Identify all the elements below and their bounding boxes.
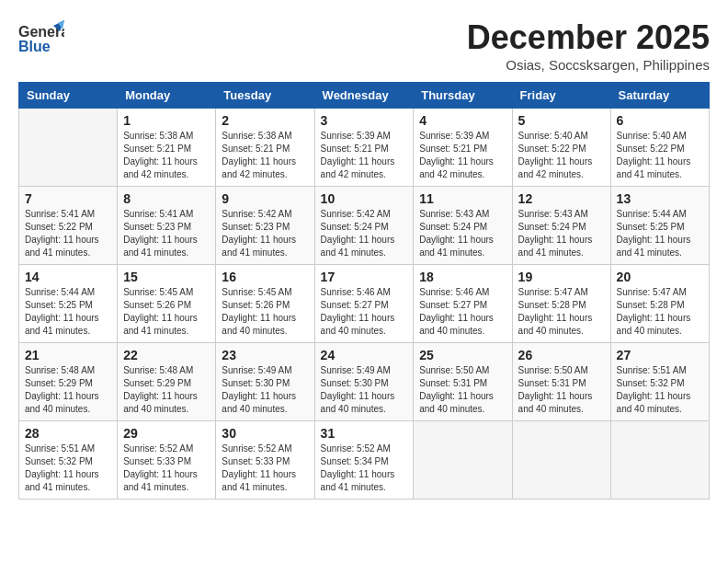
calendar-cell: 14Sunrise: 5:44 AMSunset: 5:25 PMDayligh… (19, 265, 118, 343)
day-number: 1 (123, 113, 210, 128)
day-info: Sunrise: 5:48 AMSunset: 5:29 PMDaylight:… (25, 364, 111, 416)
calendar-cell: 26Sunrise: 5:50 AMSunset: 5:31 PMDayligh… (512, 343, 610, 421)
day-number: 10 (321, 191, 408, 206)
calendar-cell: 13Sunrise: 5:44 AMSunset: 5:25 PMDayligh… (610, 187, 709, 265)
column-header-wednesday: Wednesday (314, 83, 414, 109)
day-info: Sunrise: 5:38 AMSunset: 5:21 PMDaylight:… (123, 130, 210, 181)
day-number: 9 (222, 191, 308, 206)
day-info: Sunrise: 5:42 AMSunset: 5:23 PMDaylight:… (222, 208, 308, 259)
calendar-header-row: SundayMondayTuesdayWednesdayThursdayFrid… (19, 83, 710, 109)
day-number: 12 (518, 191, 605, 206)
day-number: 22 (123, 348, 210, 362)
calendar-week-row: 7Sunrise: 5:41 AMSunset: 5:22 PMDaylight… (19, 187, 710, 265)
day-info: Sunrise: 5:51 AMSunset: 5:32 PMDaylight:… (617, 364, 703, 416)
calendar-cell (19, 109, 118, 187)
day-info: Sunrise: 5:41 AMSunset: 5:23 PMDaylight:… (123, 208, 210, 259)
day-info: Sunrise: 5:49 AMSunset: 5:30 PMDaylight:… (222, 364, 308, 416)
calendar-table: SundayMondayTuesdayWednesdayThursdayFrid… (18, 82, 710, 500)
calendar-cell: 27Sunrise: 5:51 AMSunset: 5:32 PMDayligh… (610, 343, 709, 421)
day-info: Sunrise: 5:51 AMSunset: 5:32 PMDaylight:… (25, 442, 111, 494)
calendar-cell: 1Sunrise: 5:38 AMSunset: 5:21 PMDaylight… (118, 109, 216, 187)
calendar-cell: 3Sunrise: 5:39 AMSunset: 5:21 PMDaylight… (314, 109, 414, 187)
day-info: Sunrise: 5:45 AMSunset: 5:26 PMDaylight:… (123, 286, 210, 338)
day-number: 23 (222, 348, 308, 362)
svg-text:Blue: Blue (18, 39, 51, 54)
day-number: 30 (222, 426, 308, 441)
day-info: Sunrise: 5:52 AMSunset: 5:33 PMDaylight:… (123, 442, 210, 494)
calendar-cell: 29Sunrise: 5:52 AMSunset: 5:33 PMDayligh… (118, 421, 216, 500)
column-header-friday: Friday (512, 83, 610, 109)
day-info: Sunrise: 5:44 AMSunset: 5:25 PMDaylight:… (25, 286, 111, 338)
day-info: Sunrise: 5:41 AMSunset: 5:22 PMDaylight:… (25, 208, 111, 259)
day-info: Sunrise: 5:38 AMSunset: 5:21 PMDaylight:… (222, 130, 308, 181)
calendar-week-row: 21Sunrise: 5:48 AMSunset: 5:29 PMDayligh… (19, 343, 710, 421)
calendar-week-row: 1Sunrise: 5:38 AMSunset: 5:21 PMDaylight… (19, 109, 710, 187)
day-number: 25 (419, 348, 506, 362)
day-info: Sunrise: 5:42 AMSunset: 5:24 PMDaylight:… (321, 208, 408, 259)
day-number: 8 (123, 191, 210, 206)
column-header-sunday: Sunday (19, 83, 118, 109)
day-number: 5 (518, 113, 605, 128)
calendar-cell: 5Sunrise: 5:40 AMSunset: 5:22 PMDaylight… (512, 109, 610, 187)
logo: General Blue (18, 18, 64, 63)
day-number: 3 (321, 113, 408, 128)
logo-icon: General Blue (18, 18, 64, 63)
title-section: December 2025 Osias, Soccsksargen, Phili… (467, 18, 710, 73)
day-info: Sunrise: 5:44 AMSunset: 5:25 PMDaylight:… (617, 208, 703, 259)
column-header-tuesday: Tuesday (216, 83, 314, 109)
page-header: General Blue December 2025 Osias, Soccsk… (18, 18, 710, 73)
calendar-cell: 30Sunrise: 5:52 AMSunset: 5:33 PMDayligh… (216, 421, 314, 500)
calendar-cell: 28Sunrise: 5:51 AMSunset: 5:32 PMDayligh… (19, 421, 118, 500)
day-number: 17 (321, 270, 408, 284)
day-number: 19 (518, 270, 605, 284)
day-info: Sunrise: 5:46 AMSunset: 5:27 PMDaylight:… (321, 286, 408, 338)
day-number: 28 (25, 426, 111, 441)
day-info: Sunrise: 5:39 AMSunset: 5:21 PMDaylight:… (321, 130, 408, 181)
day-number: 27 (617, 348, 703, 362)
calendar-cell (512, 421, 610, 500)
calendar-cell: 9Sunrise: 5:42 AMSunset: 5:23 PMDaylight… (216, 187, 314, 265)
calendar-cell: 21Sunrise: 5:48 AMSunset: 5:29 PMDayligh… (19, 343, 118, 421)
calendar-cell: 19Sunrise: 5:47 AMSunset: 5:28 PMDayligh… (512, 265, 610, 343)
day-number: 16 (222, 270, 308, 284)
day-info: Sunrise: 5:43 AMSunset: 5:24 PMDaylight:… (518, 208, 605, 259)
day-info: Sunrise: 5:47 AMSunset: 5:28 PMDaylight:… (518, 286, 605, 338)
day-number: 26 (518, 348, 605, 362)
calendar-cell: 11Sunrise: 5:43 AMSunset: 5:24 PMDayligh… (414, 187, 512, 265)
day-number: 31 (321, 426, 408, 441)
calendar-cell: 20Sunrise: 5:47 AMSunset: 5:28 PMDayligh… (610, 265, 709, 343)
day-number: 24 (321, 348, 408, 362)
day-info: Sunrise: 5:52 AMSunset: 5:33 PMDaylight:… (222, 442, 308, 494)
calendar-cell: 16Sunrise: 5:45 AMSunset: 5:26 PMDayligh… (216, 265, 314, 343)
calendar-week-row: 28Sunrise: 5:51 AMSunset: 5:32 PMDayligh… (19, 421, 710, 500)
calendar-cell: 22Sunrise: 5:48 AMSunset: 5:29 PMDayligh… (118, 343, 216, 421)
calendar-cell: 18Sunrise: 5:46 AMSunset: 5:27 PMDayligh… (414, 265, 512, 343)
day-number: 7 (25, 191, 111, 206)
day-number: 21 (25, 348, 111, 362)
day-info: Sunrise: 5:46 AMSunset: 5:27 PMDaylight:… (419, 286, 506, 338)
column-header-thursday: Thursday (414, 83, 512, 109)
day-number: 15 (123, 270, 210, 284)
day-info: Sunrise: 5:52 AMSunset: 5:34 PMDaylight:… (321, 442, 408, 494)
day-info: Sunrise: 5:49 AMSunset: 5:30 PMDaylight:… (321, 364, 408, 416)
day-number: 6 (617, 113, 703, 128)
day-info: Sunrise: 5:50 AMSunset: 5:31 PMDaylight:… (419, 364, 506, 416)
day-number: 18 (419, 270, 506, 284)
location: Osias, Soccsksargen, Philippines (467, 57, 710, 73)
calendar-cell: 15Sunrise: 5:45 AMSunset: 5:26 PMDayligh… (118, 265, 216, 343)
day-info: Sunrise: 5:48 AMSunset: 5:29 PMDaylight:… (123, 364, 210, 416)
calendar-cell: 17Sunrise: 5:46 AMSunset: 5:27 PMDayligh… (314, 265, 414, 343)
calendar-cell: 7Sunrise: 5:41 AMSunset: 5:22 PMDaylight… (19, 187, 118, 265)
day-number: 29 (123, 426, 210, 441)
day-info: Sunrise: 5:47 AMSunset: 5:28 PMDaylight:… (617, 286, 703, 338)
column-header-saturday: Saturday (610, 83, 709, 109)
day-info: Sunrise: 5:45 AMSunset: 5:26 PMDaylight:… (222, 286, 308, 338)
day-number: 11 (419, 191, 506, 206)
day-number: 14 (25, 270, 111, 284)
calendar-cell: 2Sunrise: 5:38 AMSunset: 5:21 PMDaylight… (216, 109, 314, 187)
calendar-cell: 12Sunrise: 5:43 AMSunset: 5:24 PMDayligh… (512, 187, 610, 265)
calendar-cell: 31Sunrise: 5:52 AMSunset: 5:34 PMDayligh… (314, 421, 414, 500)
calendar-cell: 24Sunrise: 5:49 AMSunset: 5:30 PMDayligh… (314, 343, 414, 421)
day-info: Sunrise: 5:50 AMSunset: 5:31 PMDaylight:… (518, 364, 605, 416)
day-number: 4 (419, 113, 506, 128)
